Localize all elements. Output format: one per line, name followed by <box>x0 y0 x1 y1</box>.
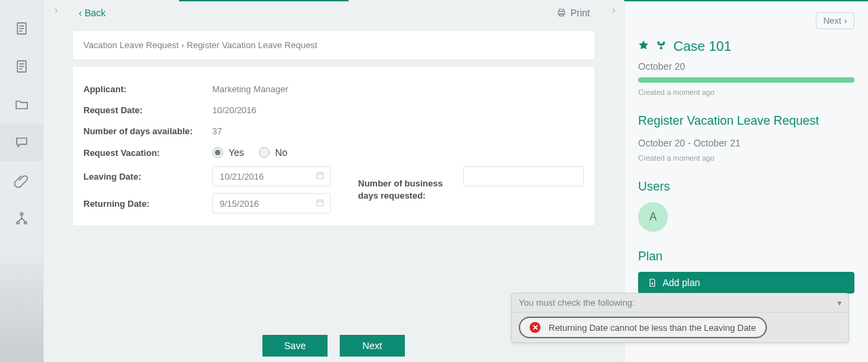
request-vacation-label: Request Vacation: <box>83 148 212 158</box>
step-daterange: October 20 - October 21 <box>638 138 854 148</box>
days-available-label: Number of days available: <box>83 126 212 136</box>
breadcrumb-sep: › <box>179 40 187 50</box>
top-row: › ‹ Back Print › <box>43 1 624 24</box>
file-plus-icon <box>648 278 657 287</box>
users-title: Users <box>638 180 854 194</box>
chevron-left-icon: ‹ <box>79 7 82 18</box>
svg-rect-13 <box>559 14 564 16</box>
caret-down-icon: ▾ <box>837 298 842 308</box>
case-meta: Created a moment ago <box>638 88 854 96</box>
toast-message: Returning Date cannot be less than the L… <box>549 323 756 333</box>
case-header: Case 101 <box>638 39 854 54</box>
leaving-date-label: Leaving Date: <box>83 172 212 182</box>
sidebar-comment-icon[interactable] <box>0 123 43 161</box>
case-title: Case 101 <box>673 39 732 54</box>
returning-date-value: 9/15/2016 <box>220 199 259 209</box>
calendar-icon[interactable] <box>315 171 325 182</box>
add-plan-button[interactable]: Add plan <box>638 272 854 294</box>
validation-toast: You must check the following: ▾ ✕ Return… <box>511 293 849 343</box>
expand-right-icon[interactable]: › <box>608 4 620 16</box>
request-date-label: Request Date: <box>83 105 212 115</box>
step-title: Register Vacation Leave Request <box>638 114 854 128</box>
radio-dot-icon <box>259 147 270 158</box>
back-link[interactable]: ‹ Back <box>60 7 106 18</box>
radio-no-label: No <box>275 147 288 158</box>
leaving-date-input[interactable]: 10/21/2016 <box>212 166 331 186</box>
svg-rect-18 <box>317 200 323 206</box>
printer-icon <box>557 8 566 18</box>
add-plan-label: Add plan <box>663 277 700 288</box>
plan-title: Plan <box>638 249 854 264</box>
returning-date-input[interactable]: 9/15/2016 <box>212 193 331 214</box>
applicant-label: Applicant: <box>83 84 212 94</box>
bizdays-label: Number of business days requested: <box>358 178 463 202</box>
sidebar-doc1-icon[interactable] <box>0 9 43 47</box>
breadcrumb: Vacation Leave Request › Register Vacati… <box>72 30 595 60</box>
print-label: Print <box>570 7 590 18</box>
next-nav-button[interactable]: Next › <box>816 12 854 29</box>
toast-head[interactable]: You must check the following: ▾ <box>512 294 848 313</box>
next-nav-label: Next <box>823 16 842 26</box>
breadcrumb-current: Register Vacation Leave Request <box>186 40 317 50</box>
svg-point-24 <box>660 47 663 49</box>
case-progress-bar <box>638 77 854 83</box>
svg-point-8 <box>20 213 23 216</box>
svg-rect-14 <box>317 173 323 179</box>
left-sidebar <box>0 0 43 362</box>
star-icon[interactable] <box>638 40 649 53</box>
sidebar-folder-icon[interactable] <box>0 85 43 123</box>
branch-icon[interactable] <box>656 40 667 53</box>
chevron-right-icon: › <box>844 16 847 26</box>
expand-left-icon[interactable]: › <box>50 4 62 16</box>
leaving-date-value: 10/21/2016 <box>220 172 264 182</box>
toast-head-text: You must check the following: <box>519 298 635 308</box>
save-button[interactable]: Save <box>262 335 328 357</box>
sidebar-attachment-icon[interactable] <box>0 161 43 199</box>
sidebar-bg <box>0 247 43 362</box>
sidebar-workflow-icon[interactable] <box>0 199 43 237</box>
next-button[interactable]: Next <box>340 335 405 357</box>
radio-yes[interactable]: Yes <box>212 147 244 158</box>
error-icon: ✕ <box>530 322 540 333</box>
avatar[interactable]: A <box>638 202 668 232</box>
radio-yes-label: Yes <box>229 147 244 158</box>
radio-dot-icon <box>212 147 223 158</box>
avatar-initial: A <box>650 211 657 223</box>
applicant-value: Marketing Manager <box>212 84 288 94</box>
print-link[interactable]: Print <box>557 7 608 18</box>
bizdays-input[interactable] <box>463 166 584 186</box>
svg-point-23 <box>663 42 665 44</box>
step-meta: Created a moment ago <box>638 154 854 162</box>
request-date-value: 10/20/2016 <box>212 105 256 115</box>
toast-item[interactable]: ✕ Returning Date cannot be less than the… <box>519 317 767 338</box>
days-available-value: 37 <box>212 126 222 136</box>
back-label: Back <box>85 7 106 18</box>
breadcrumb-parent[interactable]: Vacation Leave Request <box>83 40 179 50</box>
svg-point-10 <box>24 222 26 224</box>
radio-no[interactable]: No <box>259 147 288 158</box>
form-card: Applicant: Marketing Manager Request Dat… <box>72 66 595 226</box>
case-date: October 20 <box>638 61 854 72</box>
svg-point-22 <box>658 42 660 44</box>
returning-date-label: Returning Date: <box>83 199 212 209</box>
sidebar-doc2-icon[interactable] <box>0 47 43 85</box>
calendar-icon[interactable] <box>315 198 325 209</box>
svg-point-9 <box>16 222 19 224</box>
